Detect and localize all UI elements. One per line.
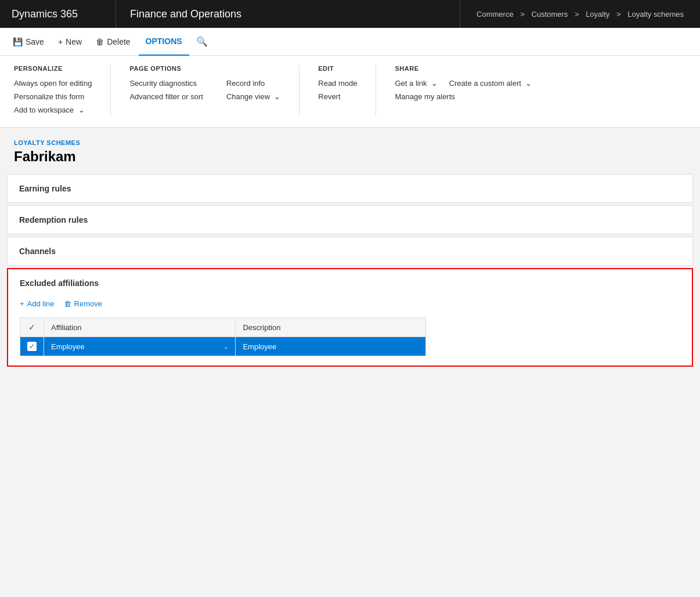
delete-icon: 🗑 (96, 37, 104, 46)
get-link-item[interactable]: Get a link ⌄ (395, 78, 437, 89)
dynamics-brand[interactable]: Dynamics 365 (0, 0, 116, 28)
channels-title: Channels (19, 247, 681, 256)
affiliation-value: Employee (51, 342, 85, 351)
table-row[interactable]: ✓ Employee ⌄ Employee (20, 337, 426, 356)
affiliation-cell-content: Employee ⌄ (51, 342, 228, 351)
delete-button[interactable]: 🗑 Delete (90, 34, 136, 50)
personalize-title: PERSONALIZE (14, 65, 92, 72)
page-options-columns: Security diagnostics Advanced filter or … (129, 78, 280, 102)
remove-icon: 🗑 (64, 299, 71, 308)
page-options-group: PAGE OPTIONS Security diagnostics Advanc… (129, 65, 300, 115)
new-label: New (66, 37, 82, 46)
manage-alerts-item[interactable]: Manage my alerts (395, 91, 532, 102)
edit-title: EDIT (318, 65, 357, 72)
action-toolbar: 💾 Save + New 🗑 Delete OPTIONS 🔍 (0, 28, 700, 56)
add-line-icon: + (20, 299, 24, 308)
page-options-title: PAGE OPTIONS (129, 65, 280, 72)
page-header: LOYALTY SCHEMES Fabrikam (0, 128, 700, 174)
options-panel: PERSONALIZE Always open for editing Pers… (0, 56, 700, 128)
share-title: SHARE (395, 65, 532, 72)
page-options-col2: Record info Change view ⌄ (226, 78, 280, 102)
revert-item[interactable]: Revert (318, 91, 357, 102)
search-button[interactable]: 🔍 (192, 32, 212, 50)
dynamics-label: Dynamics 365 (12, 8, 78, 20)
add-to-workspace-item[interactable]: Add to workspace ⌄ (14, 104, 92, 115)
share-group: SHARE Get a link ⌄ Create a custom alert… (395, 65, 550, 115)
remove-button[interactable]: 🗑 Remove (64, 297, 102, 310)
breadcrumb-sep-1: > (518, 10, 527, 19)
breadcrumb-loyalty-schemes[interactable]: Loyalty schemes (627, 10, 684, 19)
personalize-form-item[interactable]: Personalize this form (14, 91, 92, 102)
excluded-affiliations-section: Excluded affiliations + Add line 🗑 Remov… (7, 268, 693, 367)
save-button[interactable]: 💾 Save (7, 34, 50, 50)
page-options-col1: Security diagnostics Advanced filter or … (129, 78, 203, 102)
record-info-item[interactable]: Record info (226, 78, 280, 89)
new-button[interactable]: + New (52, 34, 88, 50)
read-mode-item[interactable]: Read mode (318, 78, 357, 89)
description-column-header: Description (236, 318, 426, 337)
search-icon: 🔍 (196, 36, 208, 47)
excluded-affiliations-title: Excluded affiliations (20, 278, 680, 288)
add-line-button[interactable]: + Add line (20, 297, 55, 310)
personalize-items: Always open for editing Personalize this… (14, 78, 92, 115)
checkmark-icon: ✓ (27, 342, 37, 351)
breadcrumb-commerce[interactable]: Commerce (477, 10, 514, 19)
options-label: OPTIONS (146, 37, 182, 46)
table-header-row: ✓ Affiliation Description (20, 318, 426, 337)
add-line-label: Add line (27, 299, 55, 308)
remove-label: Remove (74, 299, 102, 308)
breadcrumb: Commerce > Customers > Loyalty > Loyalty… (460, 0, 700, 28)
check-icon: ✓ (28, 323, 35, 332)
page-title: Fabrikam (14, 149, 686, 165)
page-header-label: LOYALTY SCHEMES (14, 139, 686, 146)
channels-section[interactable]: Channels (7, 237, 693, 266)
affiliation-cell[interactable]: Employee ⌄ (44, 337, 236, 356)
advanced-filter-item[interactable]: Advanced filter or sort (129, 91, 203, 102)
row-checkbox[interactable]: ✓ (20, 337, 44, 356)
edit-items: Read mode Revert (318, 78, 357, 102)
create-custom-alert-item[interactable]: Create a custom alert ⌄ (449, 78, 532, 89)
options-tab[interactable]: OPTIONS (139, 28, 189, 56)
app-label: Finance and Operations (130, 8, 241, 20)
redemption-rules-section[interactable]: Redemption rules (7, 205, 693, 234)
excluded-table-toolbar: + Add line 🗑 Remove (20, 297, 680, 310)
redemption-rules-title: Redemption rules (19, 215, 681, 225)
description-cell: Employee (236, 337, 426, 356)
earning-rules-title: Earning rules (19, 184, 681, 193)
affiliations-table: ✓ Affiliation Description ✓ Employee ⌄ (20, 317, 426, 356)
save-icon: 💾 (13, 37, 23, 46)
affiliation-column-header: Affiliation (44, 318, 236, 337)
share-row1: Get a link ⌄ Create a custom alert ⌄ (395, 78, 532, 89)
breadcrumb-customers[interactable]: Customers (531, 10, 568, 19)
save-label: Save (26, 37, 44, 46)
earning-rules-section[interactable]: Earning rules (7, 174, 693, 203)
personalize-group: PERSONALIZE Always open for editing Pers… (14, 65, 111, 115)
breadcrumb-loyalty[interactable]: Loyalty (586, 10, 609, 19)
sections-container: Earning rules Redemption rules Channels (0, 174, 700, 266)
description-value: Employee (243, 342, 276, 351)
delete-label: Delete (107, 37, 130, 46)
security-diagnostics-item[interactable]: Security diagnostics (129, 78, 203, 89)
edit-group: EDIT Read mode Revert (318, 65, 376, 115)
check-column-header: ✓ (20, 318, 44, 337)
share-items: Get a link ⌄ Create a custom alert ⌄ Man… (395, 78, 532, 102)
app-name: Finance and Operations (116, 0, 460, 28)
breadcrumb-sep-3: > (614, 10, 623, 19)
change-view-item[interactable]: Change view ⌄ (226, 91, 280, 102)
affiliation-dropdown-icon[interactable]: ⌄ (223, 343, 228, 350)
bottom-spacer (0, 369, 700, 392)
breadcrumb-sep-2: > (572, 10, 581, 19)
top-navigation: Dynamics 365 Finance and Operations Comm… (0, 0, 700, 28)
always-open-editing-item[interactable]: Always open for editing (14, 78, 92, 89)
main-content: LOYALTY SCHEMES Fabrikam Earning rules R… (0, 128, 700, 392)
new-icon: + (58, 37, 63, 46)
